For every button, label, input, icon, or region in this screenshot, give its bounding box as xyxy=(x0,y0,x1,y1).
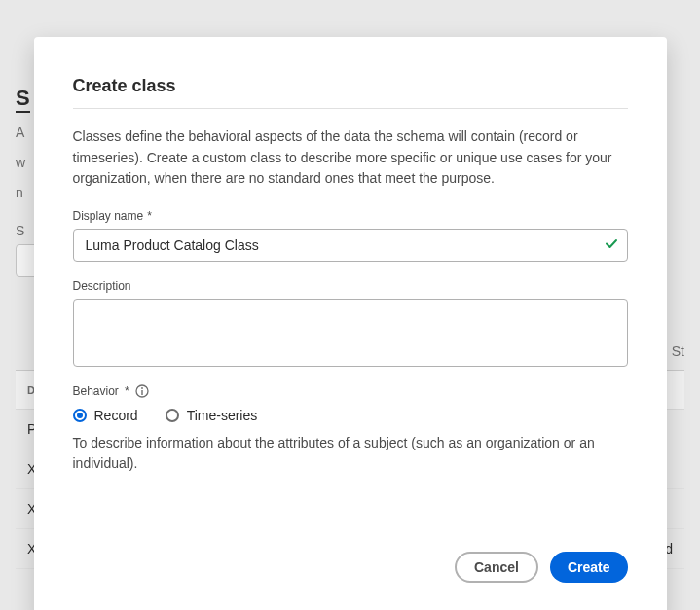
behavior-label: Behavior * xyxy=(73,384,628,398)
create-class-modal: Create class Classes define the behavior… xyxy=(34,37,667,610)
required-asterisk-icon: * xyxy=(125,384,129,398)
radio-circle-icon xyxy=(166,409,179,422)
behavior-radio-group: Record Time-series xyxy=(73,408,628,423)
required-asterisk-icon: * xyxy=(147,209,152,223)
radio-timeseries-label: Time-series xyxy=(187,408,258,423)
radio-record-label: Record xyxy=(94,408,138,423)
cancel-button[interactable]: Cancel xyxy=(455,552,538,583)
modal-title: Create class xyxy=(73,76,628,109)
svg-rect-4 xyxy=(141,390,142,395)
display-name-input[interactable] xyxy=(73,229,628,262)
create-button[interactable]: Create xyxy=(550,552,628,583)
behavior-label-text: Behavior xyxy=(73,384,119,398)
radio-timeseries[interactable]: Time-series xyxy=(166,408,258,423)
info-icon[interactable] xyxy=(135,384,149,398)
modal-backdrop: Create class Classes define the behavior… xyxy=(0,0,700,610)
radio-circle-icon xyxy=(73,409,87,422)
display-name-field-wrap xyxy=(73,229,628,262)
description-label: Description xyxy=(73,279,628,293)
svg-point-3 xyxy=(141,387,143,389)
checkmark-icon xyxy=(605,237,618,254)
behavior-help-text: To describe information about the attrib… xyxy=(73,433,628,474)
description-textarea[interactable] xyxy=(73,299,628,367)
display-name-label-text: Display name xyxy=(73,209,144,223)
radio-record[interactable]: Record xyxy=(73,408,138,423)
radio-dot-icon xyxy=(77,413,83,418)
display-name-label: Display name * xyxy=(73,209,628,223)
modal-description: Classes define the behavioral aspects of… xyxy=(73,126,628,190)
modal-footer: Cancel Create xyxy=(73,552,628,583)
